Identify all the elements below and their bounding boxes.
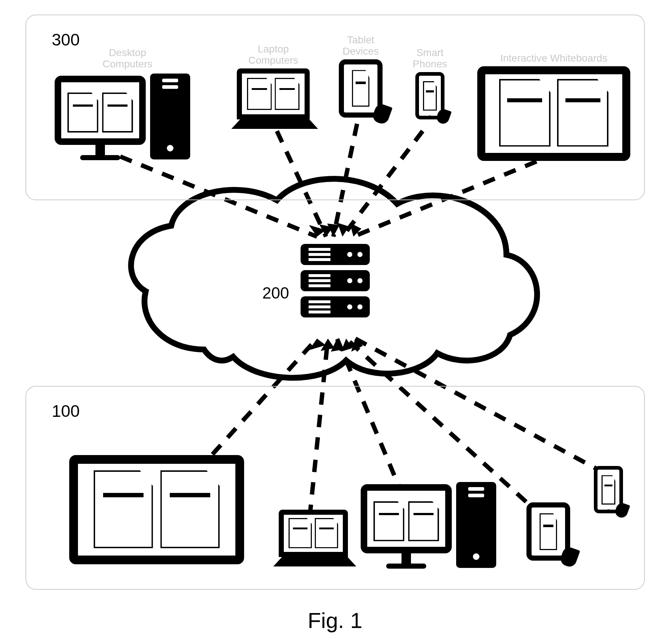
ref-200: 200: [262, 284, 289, 302]
svg-marker-17: [331, 339, 343, 352]
device-whiteboard-bottom: [69, 455, 251, 564]
svg-marker-19: [351, 339, 363, 352]
svg-marker-11: [319, 224, 333, 237]
device-tablet: Tablet Devices: [332, 35, 390, 118]
tower-icon: [456, 482, 496, 568]
label-tablet: Tablet Devices: [332, 35, 390, 57]
device-phone: Smart Phones: [404, 47, 455, 119]
device-laptop-bottom: [270, 510, 357, 566]
device-phone-bottom: [587, 466, 630, 513]
ref-100: 100: [52, 401, 80, 421]
tower-icon: [150, 74, 190, 159]
device-laptop: Laptop Computers: [226, 44, 321, 129]
svg-marker-10: [309, 225, 326, 237]
device-desktop-bottom: [361, 481, 506, 582]
device-tablet-bottom: [521, 502, 576, 561]
figure-caption: Fig. 1: [0, 608, 670, 633]
label-phone: Smart Phones: [404, 47, 455, 70]
svg-marker-18: [341, 339, 353, 352]
label-whiteboard: Interactive Whiteboards: [474, 53, 634, 64]
server-unit-icon: [301, 270, 370, 291]
svg-marker-16: [321, 339, 334, 351]
device-whiteboard: Interactive Whiteboards: [474, 53, 634, 161]
svg-marker-15: [309, 339, 326, 350]
device-desktop: Desktop Computers: [55, 47, 200, 167]
server-stack-icon: [301, 244, 370, 317]
svg-marker-12: [327, 224, 340, 237]
svg-marker-13: [337, 223, 349, 237]
ref-300: 300: [52, 30, 80, 50]
server-unit-icon: [301, 296, 370, 317]
label-desktop: Desktop Computers: [55, 47, 200, 70]
figure-stage: 300 100 200 Desktop Computers Laptop Com…: [0, 0, 670, 644]
svg-marker-14: [350, 223, 361, 237]
label-laptop: Laptop Computers: [226, 44, 321, 66]
server-unit-icon: [301, 244, 370, 265]
